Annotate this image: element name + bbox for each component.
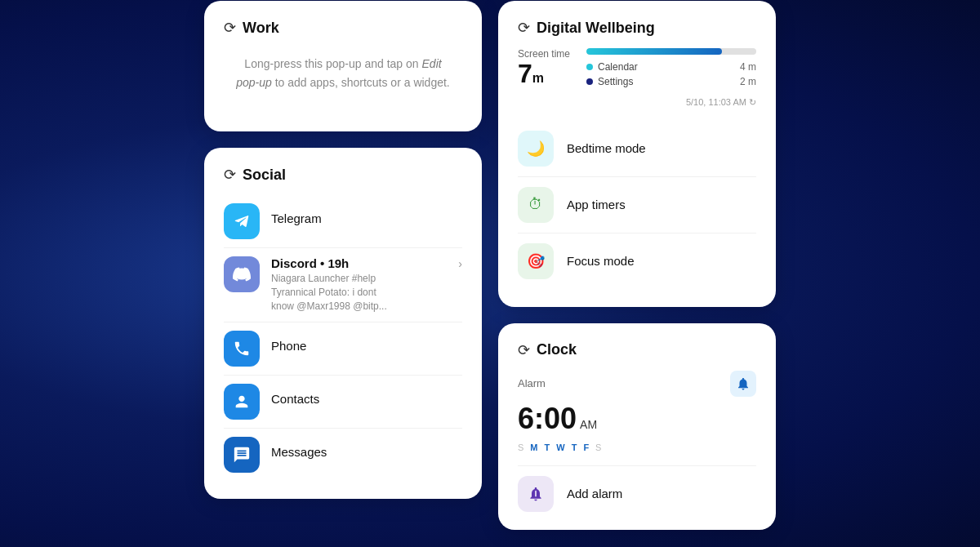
discord-preview-line3: know @Maxr1998 @bitp... bbox=[271, 300, 462, 314]
alarm-time-value: 6:00 bbox=[518, 402, 577, 436]
alarm-day-fri: F bbox=[583, 442, 589, 452]
alarm-day-sat: S bbox=[595, 442, 601, 452]
usage-item: Calendar 4 m bbox=[586, 61, 756, 73]
app-timers-action[interactable]: ⏱ App timers bbox=[518, 176, 756, 233]
bedtime-mode-icon: 🌙 bbox=[518, 131, 554, 167]
discord-header: Discord • 19h › bbox=[271, 256, 462, 270]
screen-time-bar-section: Calendar 4 m Settings 2 m bbox=[586, 48, 756, 87]
alarm-time: 6:00 AM bbox=[518, 402, 756, 436]
alarm-day-tue: T bbox=[545, 442, 550, 452]
screen-time-number: 7 bbox=[518, 59, 532, 88]
contacts-icon bbox=[224, 384, 260, 420]
work-title: Work bbox=[243, 20, 279, 37]
work-body: Long-press this pop-up and tap on Edit p… bbox=[224, 48, 462, 98]
phone-label: Phone bbox=[271, 331, 306, 353]
clock-icon: ⟳ bbox=[518, 341, 530, 359]
clock-title: Clock bbox=[537, 341, 577, 358]
telegram-label: Telegram bbox=[271, 203, 322, 225]
bedtime-mode-action[interactable]: 🌙 Bedtime mode bbox=[518, 121, 756, 176]
screen-time-left: Screen time 7m bbox=[518, 48, 570, 88]
wellbeing-title: Digital Wellbeing bbox=[537, 20, 655, 37]
screen-time-value: 7m bbox=[518, 60, 570, 88]
alarm-days: S M T W T F S bbox=[518, 442, 756, 452]
clock-card: ⟳ Clock Alarm 6:00 AM S M T W bbox=[498, 323, 776, 530]
social-title: Social bbox=[243, 167, 286, 184]
alarm-ampm: AM bbox=[580, 418, 597, 431]
alarm-section: Alarm bbox=[518, 371, 756, 397]
alarm-day-sun: S bbox=[518, 442, 523, 452]
settings-dot bbox=[586, 78, 593, 85]
discord-title: Discord • 19h bbox=[271, 256, 349, 270]
app-timers-label: App timers bbox=[567, 198, 626, 211]
messages-label: Messages bbox=[271, 437, 327, 459]
phone-icon bbox=[224, 331, 260, 367]
calendar-time: 4 m bbox=[740, 61, 756, 73]
screen-time-label: Screen time bbox=[518, 48, 570, 60]
settings-label: Settings bbox=[598, 76, 735, 87]
discord-preview-line2: Tyrannical Potato: i dont bbox=[271, 286, 462, 300]
add-alarm-action[interactable]: Add alarm bbox=[518, 465, 756, 512]
discord-preview: Niagara Launcher #help Tyrannical Potato… bbox=[271, 272, 462, 313]
list-item[interactable]: Phone bbox=[224, 322, 462, 375]
bedtime-mode-label: Bedtime mode bbox=[567, 141, 646, 155]
add-alarm-label: Add alarm bbox=[567, 487, 622, 500]
work-body-text: Long-press this pop-up and tap on bbox=[244, 57, 421, 70]
wellbeing-card-header: ⟳ Digital Wellbeing bbox=[518, 19, 756, 37]
alarm-day-mon: M bbox=[530, 442, 537, 452]
app-timers-icon: ⏱ bbox=[518, 187, 554, 223]
clock-card-header: ⟳ Clock bbox=[518, 341, 756, 359]
wellbeing-timestamp: 5/10, 11:03 AM ↻ bbox=[518, 97, 756, 108]
screen-time-section: Screen time 7m Calendar 4 m bbox=[518, 48, 756, 88]
digital-wellbeing-card: ⟳ Digital Wellbeing Screen time 7m bbox=[498, 1, 776, 306]
left-column: ⟳ Work Long-press this pop-up and tap on… bbox=[204, 1, 482, 529]
list-item[interactable]: Telegram bbox=[224, 195, 462, 247]
add-alarm-icon bbox=[518, 476, 554, 512]
social-icon: ⟳ bbox=[224, 166, 236, 184]
messages-icon bbox=[224, 437, 260, 473]
work-card-header: ⟳ Work bbox=[224, 19, 462, 37]
screen-time-unit: m bbox=[532, 71, 544, 85]
usage-item: Settings 2 m bbox=[586, 76, 756, 87]
alarm-label: Alarm bbox=[518, 377, 546, 389]
chevron-down-icon[interactable]: › bbox=[458, 257, 462, 270]
alarm-settings-button[interactable] bbox=[730, 371, 756, 397]
list-item[interactable]: Discord • 19h › Niagara Launcher #help T… bbox=[224, 247, 462, 321]
focus-mode-icon: 🎯 bbox=[518, 243, 554, 279]
work-card: ⟳ Work Long-press this pop-up and tap on… bbox=[204, 1, 482, 131]
calendar-dot bbox=[586, 64, 593, 70]
social-card-header: ⟳ Social bbox=[224, 166, 462, 184]
discord-icon bbox=[224, 256, 260, 292]
list-item[interactable]: Contacts bbox=[224, 375, 462, 428]
discord-content: Discord • 19h › Niagara Launcher #help T… bbox=[271, 256, 462, 313]
main-layout: ⟳ Work Long-press this pop-up and tap on… bbox=[180, 0, 800, 547]
settings-time: 2 m bbox=[740, 76, 756, 87]
work-icon: ⟳ bbox=[224, 19, 236, 37]
alarm-day-thu: T bbox=[572, 442, 577, 452]
wellbeing-icon: ⟳ bbox=[518, 19, 530, 37]
list-item[interactable]: Messages bbox=[224, 428, 462, 481]
work-body-suffix: to add apps, shortcuts or a widget. bbox=[272, 76, 450, 89]
focus-mode-action[interactable]: 🎯 Focus mode bbox=[518, 233, 756, 289]
right-column: ⟳ Digital Wellbeing Screen time 7m bbox=[498, 1, 776, 529]
telegram-icon bbox=[224, 203, 260, 239]
wellbeing-actions: 🌙 Bedtime mode ⏱ App timers 🎯 Focus mode bbox=[518, 121, 756, 289]
social-card: ⟳ Social Telegram bbox=[204, 148, 482, 498]
contacts-label: Contacts bbox=[271, 384, 319, 406]
usage-bar bbox=[586, 48, 756, 55]
usage-bar-fill bbox=[586, 48, 722, 55]
calendar-label: Calendar bbox=[598, 61, 735, 73]
usage-items: Calendar 4 m Settings 2 m bbox=[586, 61, 756, 87]
discord-preview-line1: Niagara Launcher #help bbox=[271, 272, 462, 286]
focus-mode-label: Focus mode bbox=[567, 254, 635, 268]
alarm-day-wed: W bbox=[556, 442, 564, 452]
